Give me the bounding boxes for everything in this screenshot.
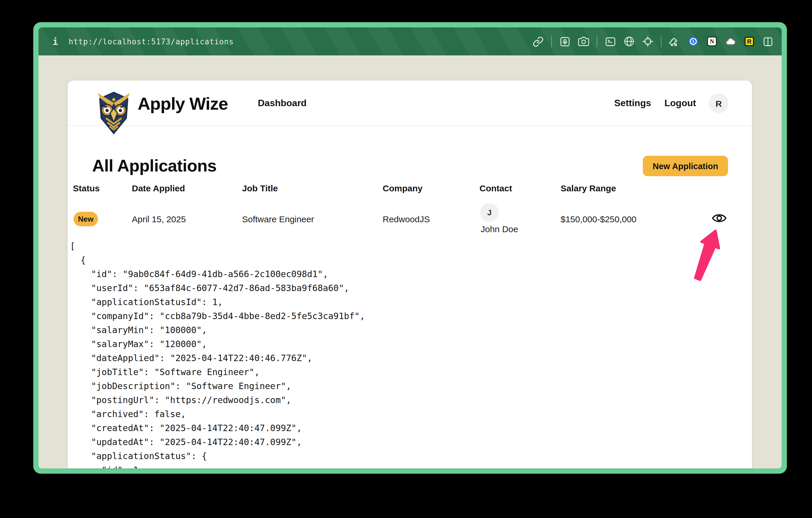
column-header-contact: Contact xyxy=(480,183,512,193)
link-icon[interactable] xyxy=(532,36,544,47)
cell-job-title: Software Engineer xyxy=(242,214,314,224)
annotation-arrow xyxy=(684,223,730,288)
toolbar-divider xyxy=(551,36,552,47)
contact-avatar: J xyxy=(480,203,499,222)
image-icon[interactable] xyxy=(559,36,571,47)
app-card: Apply Wize Dashboard Settings Logout R A… xyxy=(68,81,752,468)
url-text: http://localhost:5173/applications xyxy=(68,37,234,46)
owl-logo-icon xyxy=(96,90,131,135)
nav-dashboard[interactable]: Dashboard xyxy=(258,98,307,109)
svg-text:N: N xyxy=(710,38,714,45)
user-avatar[interactable]: R xyxy=(709,93,729,113)
camera-icon[interactable] xyxy=(578,36,589,47)
settings-link[interactable]: Settings xyxy=(614,98,651,109)
column-header-company: Company xyxy=(383,183,423,193)
cell-company: RedwoodJS xyxy=(383,214,430,224)
view-application-eye-icon[interactable] xyxy=(712,212,727,224)
toolbar-divider xyxy=(597,36,597,47)
svg-text:R: R xyxy=(747,38,751,45)
split-view-icon[interactable] xyxy=(762,36,774,47)
cell-contact-name: John Doe xyxy=(481,224,518,234)
toolbar-divider xyxy=(661,36,662,47)
status-badge: New xyxy=(74,212,98,226)
cloud-icon[interactable] xyxy=(725,36,736,47)
globe-icon[interactable] xyxy=(624,36,635,47)
page-background: Apply Wize Dashboard Settings Logout R A… xyxy=(38,55,782,468)
cell-salary-range: $150,000-$250,000 xyxy=(560,214,636,224)
logout-link[interactable]: Logout xyxy=(664,98,696,109)
column-header-status: Status xyxy=(73,183,100,193)
notion-icon[interactable]: N xyxy=(706,36,718,47)
new-application-button[interactable]: New Application xyxy=(643,156,728,176)
app-name: Apply Wize xyxy=(138,94,228,114)
info-icon: i xyxy=(53,36,58,47)
page-title: All Applications xyxy=(92,156,217,176)
browser-window: i http://localhost:5173/applications xyxy=(33,22,787,474)
r-badge-icon[interactable]: R xyxy=(744,36,755,47)
column-header-date-applied: Date Applied xyxy=(132,183,185,193)
column-header-job-title: Job Title xyxy=(242,183,278,193)
onepassword-icon[interactable] xyxy=(688,36,699,47)
crosshair-icon[interactable] xyxy=(642,36,653,47)
puzzle-icon[interactable] xyxy=(669,36,680,47)
cell-date-applied: April 15, 2025 xyxy=(132,214,186,224)
browser-toolbar: i http://localhost:5173/applications xyxy=(38,27,782,55)
terminal-icon[interactable] xyxy=(605,36,616,47)
toolbar-icon-row: N R xyxy=(532,36,774,47)
raw-json-dump: [ { "id": "9ab0c84f-64d9-41db-a566-2c100… xyxy=(70,239,365,468)
column-header-salary-range: Salary Range xyxy=(560,183,616,193)
